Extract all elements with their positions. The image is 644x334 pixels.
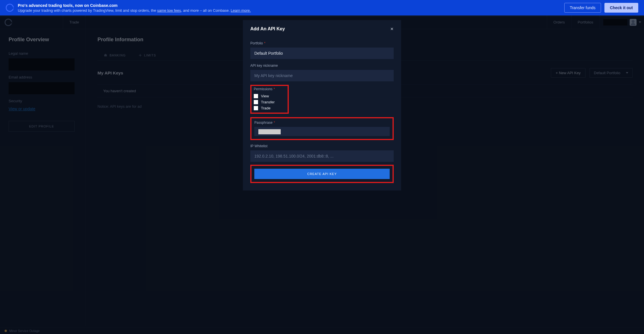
checkbox-icon (254, 100, 258, 104)
add-api-key-modal: Add An API Key ✕ Portfolio* Default Port… (243, 20, 401, 190)
passphrase-redacted (258, 129, 281, 134)
passphrase-label: Passphrase* (254, 121, 390, 125)
ip-whitelist-input[interactable] (250, 150, 394, 162)
coinbase-logo-icon (6, 4, 14, 12)
promo-banner: Pro's advanced trading tools, now on Coi… (0, 0, 644, 15)
ip-whitelist-label: IP Whitelist (250, 144, 394, 148)
promo-text: Pro's advanced trading tools, now on Coi… (18, 3, 560, 13)
passphrase-input[interactable] (254, 127, 390, 136)
permission-transfer-checkbox[interactable]: Transfer (254, 100, 285, 104)
permission-trade-checkbox[interactable]: Trade (254, 106, 285, 110)
portfolio-select[interactable]: Default Portfolio (250, 48, 394, 59)
close-icon[interactable]: ✕ (390, 27, 394, 31)
check-it-out-button[interactable]: Check it out (604, 3, 638, 13)
portfolio-label: Portfolio* (250, 41, 394, 45)
passphrase-highlight: Passphrase* (250, 117, 394, 140)
promo-subtitle: Upgrade your trading with charts powered… (18, 8, 560, 13)
promo-title: Pro's advanced trading tools, now on Coi… (18, 3, 560, 8)
create-button-highlight: CREATE API KEY (250, 165, 394, 183)
nickname-label: API key nickname (250, 64, 394, 68)
transfer-funds-button[interactable]: Transfer funds (564, 3, 601, 13)
nickname-input[interactable] (250, 70, 394, 81)
permission-view-checkbox[interactable]: View (254, 94, 285, 98)
learn-more-link[interactable]: Learn more. (231, 8, 251, 13)
checkbox-icon (254, 106, 258, 110)
checkbox-icon (254, 94, 258, 98)
create-api-key-button[interactable]: CREATE API KEY (254, 169, 390, 179)
permissions-label: Permissions* (254, 87, 285, 91)
same-fees-link[interactable]: same low fees (157, 8, 181, 13)
permissions-highlight: Permissions* View Transfer Trade (250, 85, 289, 114)
modal-title: Add An API Key (250, 26, 285, 32)
